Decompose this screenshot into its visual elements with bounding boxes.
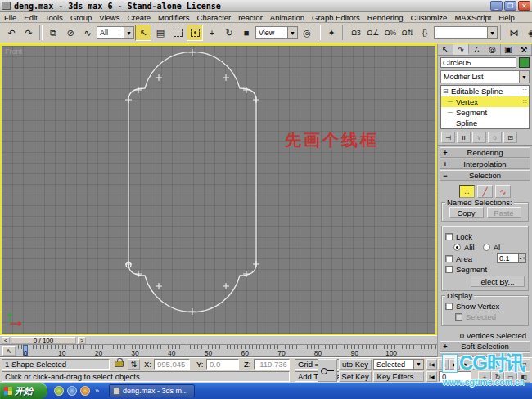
chevron-down-icon[interactable]: ▼ [287, 27, 297, 38]
named-selection-sets-dropdown[interactable]: ▼ [434, 26, 498, 39]
paste-button[interactable]: Paste [487, 207, 521, 218]
quick-launch-icon[interactable] [54, 386, 64, 396]
go-to-start-icon[interactable]: I◀ [426, 359, 437, 370]
area-checkbox[interactable] [445, 255, 453, 262]
set-key-button[interactable]: Set Key [339, 371, 372, 382]
x-coordinate-field[interactable]: 995.045 [154, 359, 190, 370]
chevron-down-icon[interactable]: ▼ [413, 360, 423, 369]
time-slider-handle[interactable]: 0 / 100 [11, 337, 76, 344]
set-keys-button[interactable] [318, 359, 337, 382]
menu-item-12[interactable]: Customize [411, 13, 448, 22]
spinner-arrows-icon[interactable]: ▲▼ [518, 254, 525, 262]
stack-row-segment[interactable]: ─ Segment [441, 107, 529, 118]
key-mode-toggle-icon[interactable]: I◀ [426, 371, 437, 382]
previous-frame-icon[interactable]: ◀ [438, 359, 449, 370]
min-max-toggle-icon[interactable]: ◧ [517, 371, 530, 383]
pin-stack-icon[interactable]: ⊣ [441, 132, 455, 143]
vertex-ticks[interactable] [125, 49, 259, 315]
time-slider[interactable]: < 0 / 100 > [0, 335, 437, 345]
menu-item-9[interactable]: Animation [270, 13, 304, 22]
rollout-selection[interactable]: − Selection [440, 170, 530, 181]
segment-subobject-icon[interactable]: ╱ [477, 185, 493, 198]
zoom-extents-icon[interactable]: ▣ [504, 359, 517, 370]
time-prev-icon[interactable]: < [2, 337, 10, 344]
menu-item-11[interactable]: Rendering [367, 13, 404, 22]
redo-icon[interactable]: ↷ [20, 25, 37, 41]
stack-row-spline[interactable]: ─ Spline [441, 118, 529, 128]
spinner-snap-icon[interactable]: Ω⇅ [399, 25, 416, 41]
taskbar-task-button[interactable]: deng.max - 3ds m... [109, 384, 195, 397]
lock-checkbox[interactable] [445, 233, 453, 240]
mini-curve-editor-icon[interactable]: ∿ [2, 346, 16, 356]
tab-utilities-icon[interactable]: ⚒ [516, 44, 532, 55]
bind-to-space-warp-icon[interactable]: ∿ [79, 25, 96, 41]
zoom-all-icon[interactable]: ⊞ [491, 359, 504, 370]
track-bar[interactable]: ∿ 0102030405060708090100 [0, 345, 437, 357]
reference-coordinate-dropdown[interactable]: View ▼ [255, 26, 298, 39]
selection-filter-dropdown[interactable]: All ▼ [97, 26, 134, 39]
selection-lock-icon[interactable] [115, 361, 124, 367]
modifier-list-dropdown[interactable]: Modifier List ▼ [440, 70, 530, 83]
segment-checkbox[interactable] [445, 266, 453, 273]
area-spinner[interactable]: 0.1 ▲▼ [497, 253, 526, 263]
object-name-field[interactable]: Circle05 [440, 57, 516, 68]
region-zoom-icon[interactable]: + [478, 371, 491, 383]
menu-item-8[interactable]: reactor [238, 13, 263, 22]
start-button[interactable]: 开始 [0, 383, 47, 399]
menu-item-13[interactable]: MAXScript [454, 13, 491, 22]
vertex-subobject-icon[interactable]: ∴ [459, 185, 475, 198]
mirror-icon[interactable]: ⋈ [506, 25, 522, 41]
menu-item-3[interactable]: Group [70, 13, 92, 22]
arc-rotate-icon[interactable]: ↻ [491, 371, 504, 383]
menu-item-6[interactable]: Modifiers [158, 13, 190, 22]
pan-icon[interactable]: ▭ [504, 371, 517, 383]
rollout-rendering[interactable]: + Rendering [440, 147, 530, 158]
viewport-label[interactable]: Front [5, 47, 22, 56]
play-icon[interactable]: ▶ [449, 359, 460, 370]
all-radio[interactable] [483, 244, 490, 251]
spline-shape[interactable] [2, 46, 435, 334]
tab-hierarchy-icon[interactable]: ∴ [469, 44, 485, 55]
minimize-icon[interactable]: _ [490, 1, 503, 11]
z-coordinate-field[interactable]: -119.736 [254, 359, 290, 370]
tab-modify-icon[interactable]: ∿ [453, 44, 469, 55]
select-by-name-icon[interactable]: ▤ [152, 25, 169, 41]
menu-item-0[interactable]: File [4, 13, 16, 22]
select-and-rotate-icon[interactable]: ↻ [221, 25, 237, 41]
menu-item-2[interactable]: Tools [45, 13, 63, 22]
spline-subobject-icon[interactable]: ∿ [495, 185, 511, 198]
crossing-selection-icon[interactable] [187, 25, 203, 41]
align-icon[interactable]: ◈ [523, 25, 532, 41]
angle-snap-icon[interactable]: Ω∠ [365, 25, 381, 41]
chevron-down-icon[interactable]: ▼ [487, 27, 497, 38]
remove-modifier-icon[interactable]: ŏ [488, 132, 502, 143]
chevron-down-icon[interactable]: ▼ [519, 71, 529, 83]
alike-radio[interactable] [453, 244, 461, 251]
quick-launch-more-icon[interactable]: » [95, 387, 99, 395]
configure-modifier-sets-icon[interactable]: ⊡ [503, 132, 517, 143]
make-unique-icon[interactable]: ∨ [472, 132, 486, 143]
quick-launch-icon[interactable] [67, 386, 77, 396]
close-icon[interactable]: ✕ [518, 1, 530, 11]
absolute-offset-toggle-icon[interactable]: ⇅ [128, 359, 140, 370]
key-filters-button[interactable]: Key Filters... [373, 371, 424, 382]
chevron-down-icon[interactable]: ▼ [124, 27, 133, 38]
rollout-interpolation[interactable]: + Interpolation [440, 159, 530, 169]
maximize-icon[interactable]: ❐ [504, 1, 516, 11]
tab-display-icon[interactable]: ▣ [501, 44, 516, 55]
menu-item-10[interactable]: Graph Editors [312, 13, 360, 22]
keyboard-shortcut-override-icon[interactable]: {} [417, 25, 433, 41]
menu-item-14[interactable]: Help [498, 13, 515, 22]
stack-row-editable-spline[interactable]: ⊟ Editable Spline ∷ [441, 86, 529, 96]
front-viewport[interactable]: Front 先画个线框 [0, 44, 437, 335]
select-object-icon[interactable]: ↖ [135, 25, 151, 41]
snap-toggle-3d-icon[interactable]: Ω3 [348, 25, 364, 41]
use-center-icon[interactable]: ◎ [299, 25, 315, 41]
menu-item-5[interactable]: Create [127, 13, 151, 22]
auto-key-button[interactable]: uto Key [339, 359, 372, 370]
collapse-icon[interactable]: ⊟ [443, 87, 451, 95]
select-and-link-icon[interactable]: ⧉ [45, 25, 61, 41]
select-and-manipulate-icon[interactable]: ✦ [323, 25, 340, 41]
tab-motion-icon[interactable]: ◎ [485, 44, 501, 55]
select-and-move-icon[interactable]: + [204, 25, 220, 41]
